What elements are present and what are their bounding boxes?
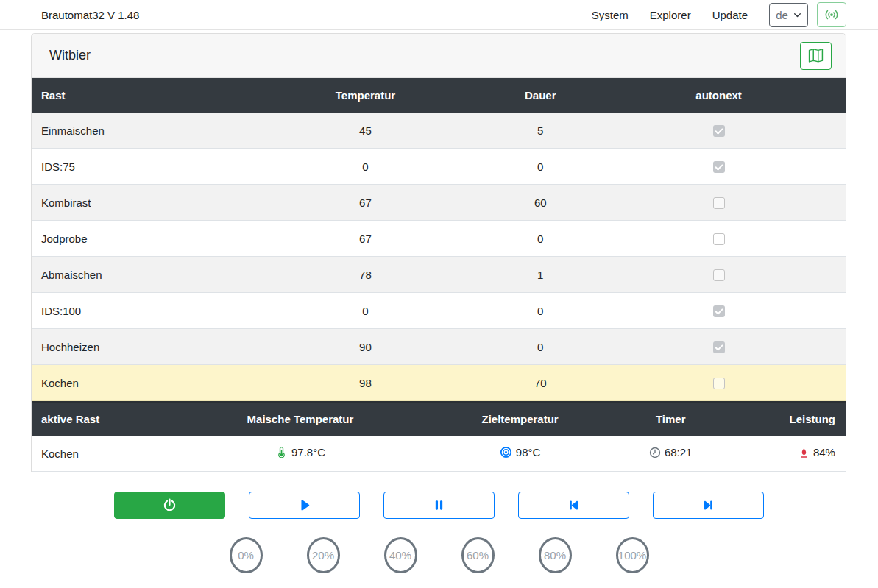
rast-name-cell: Einmaischen	[32, 124, 260, 137]
status-row: Kochen 97.8°C	[32, 436, 846, 472]
language-select-value: de	[776, 9, 788, 21]
broadcast-icon	[824, 7, 839, 22]
autonext-checkbox[interactable]	[713, 233, 725, 245]
skip-forward-button[interactable]	[653, 492, 764, 519]
map-icon	[808, 48, 824, 63]
flame-icon	[799, 447, 810, 458]
top-navbar: Brautomat32 V 1.48 System Explorer Updat…	[0, 0, 878, 30]
rast-name-cell: Hochheizen	[32, 341, 260, 353]
column-header-rast: Rast	[32, 89, 260, 102]
skip-forward-icon	[702, 499, 715, 511]
timer-value: 68:21	[665, 446, 693, 458]
temperatur-cell: 78	[260, 269, 472, 281]
rast-name-cell: Jodprobe	[32, 233, 260, 245]
play-button[interactable]	[249, 492, 360, 519]
recipe-card: Witbier Rast Temperatur Dauer autonext E…	[31, 33, 846, 472]
clock-icon	[649, 447, 661, 458]
step-connector	[262, 553, 308, 557]
autonext-checkbox[interactable]	[713, 341, 725, 353]
step-connector	[494, 553, 539, 557]
zieltemperatur-value: 98°C	[516, 446, 541, 458]
table-row: Einmaischen 45 5	[32, 113, 846, 149]
target-icon	[500, 446, 512, 458]
column-header-maische-temperatur: Maische Temperatur	[154, 413, 447, 425]
language-select[interactable]: de	[769, 3, 808, 27]
skip-backward-button[interactable]	[518, 492, 629, 519]
temperatur-cell: 98	[260, 377, 472, 389]
step-connector	[571, 553, 617, 557]
rast-name-cell: IDS:100	[32, 305, 260, 317]
steps-table-body: Einmaischen 45 5 IDS:75 0 0 Kombirast 67…	[32, 113, 846, 401]
skip-backward-icon	[567, 499, 580, 511]
dauer-cell: 0	[471, 233, 609, 245]
power-button[interactable]	[114, 492, 225, 519]
active-rast-value: Kochen	[32, 447, 154, 460]
rast-name-cell: Kombirast	[32, 196, 260, 209]
status-table: aktive Rast Maische Temperatur Zieltempe…	[32, 401, 846, 472]
status-table-header: aktive Rast Maische Temperatur Zieltempe…	[32, 401, 846, 436]
control-buttons	[0, 492, 878, 519]
column-header-temperatur: Temperatur	[260, 89, 472, 102]
temperatur-cell: 0	[260, 160, 472, 173]
progress-step: 60%	[461, 537, 495, 573]
temperatur-cell: 45	[260, 124, 472, 137]
temperatur-cell: 67	[260, 233, 472, 245]
table-row: Hochheizen 90 0	[32, 329, 846, 365]
autonext-checkbox[interactable]	[713, 269, 725, 281]
dauer-cell: 70	[471, 377, 609, 389]
step-connector	[339, 553, 385, 557]
temperatur-cell: 0	[260, 305, 472, 317]
thermometer-icon	[275, 446, 288, 458]
column-header-leistung: Leistung	[748, 413, 846, 425]
navbar-menu: System Explorer Update de	[592, 2, 846, 27]
dauer-cell: 0	[471, 160, 609, 173]
rast-name-cell: Kochen	[32, 377, 260, 389]
power-icon	[163, 498, 177, 512]
table-row: IDS:100 0 0	[32, 293, 846, 329]
temperatur-cell: 90	[260, 341, 472, 353]
autonext-checkbox[interactable]	[713, 305, 725, 317]
recipe-card-header: Witbier	[32, 34, 846, 78]
progress-step: 20%	[307, 537, 340, 573]
table-row: Kochen 98 70	[32, 365, 846, 401]
column-header-timer: Timer	[593, 413, 748, 425]
autonext-checkbox[interactable]	[713, 125, 725, 137]
steps-table: Rast Temperatur Dauer autonext Einmaisch…	[32, 78, 846, 401]
dauer-cell: 60	[471, 196, 609, 209]
pause-icon	[433, 499, 445, 511]
dauer-cell: 0	[471, 341, 609, 353]
nav-link-update[interactable]: Update	[712, 9, 748, 21]
maische-temperatur-value: 97.8°C	[291, 446, 325, 458]
column-header-dauer: Dauer	[471, 89, 609, 102]
autonext-checkbox[interactable]	[713, 197, 725, 209]
progress-step: 0%	[230, 537, 263, 573]
nav-link-explorer[interactable]: Explorer	[650, 9, 691, 21]
table-row: IDS:75 0 0	[32, 149, 846, 185]
progress-step: 40%	[384, 537, 417, 573]
pause-button[interactable]	[383, 492, 495, 519]
progress-step: 100%	[616, 537, 649, 573]
table-row: Abmaischen 78 1	[32, 257, 846, 293]
connection-status-button[interactable]	[817, 2, 846, 27]
rast-name-cell: Abmaischen	[32, 269, 260, 281]
progress-steps: 0%20%40%60%80%100%	[0, 537, 878, 573]
nav-link-system[interactable]: System	[592, 9, 629, 21]
recipe-title: Witbier	[49, 48, 91, 63]
map-button[interactable]	[800, 42, 832, 70]
table-row: Kombirast 67 60	[32, 185, 846, 221]
chevron-down-icon	[793, 11, 801, 19]
steps-table-header: Rast Temperatur Dauer autonext	[32, 78, 846, 113]
table-row: Jodprobe 67 0	[32, 221, 846, 257]
rast-name-cell: IDS:75	[32, 160, 260, 173]
column-header-aktive-rast: aktive Rast	[32, 413, 154, 425]
dauer-cell: 1	[471, 269, 609, 281]
leistung-value: 84%	[813, 446, 835, 458]
autonext-checkbox[interactable]	[713, 378, 725, 389]
dauer-cell: 5	[471, 124, 609, 137]
play-icon	[298, 499, 311, 511]
app-brand: Brautomat32 V 1.48	[41, 9, 139, 21]
autonext-checkbox[interactable]	[713, 161, 725, 173]
step-connector	[417, 553, 462, 557]
column-header-zieltemperatur: Zieltemperatur	[447, 413, 593, 425]
temperatur-cell: 67	[260, 196, 472, 209]
